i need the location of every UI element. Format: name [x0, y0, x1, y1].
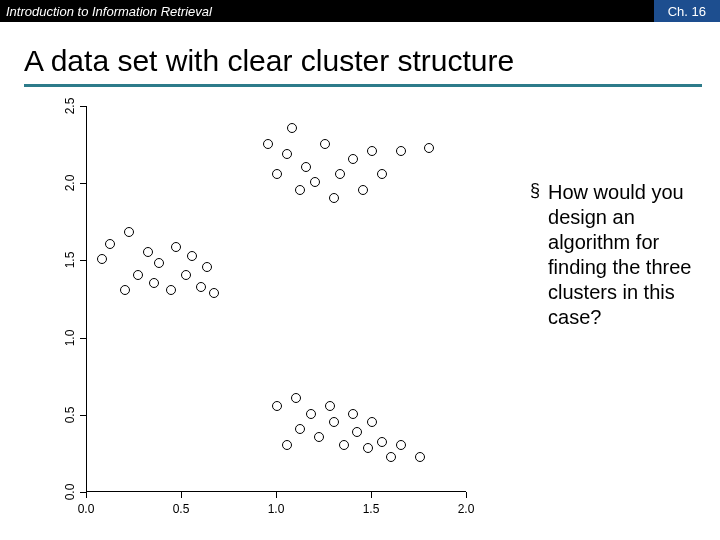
data-point	[363, 443, 373, 453]
data-point	[287, 123, 297, 133]
data-point	[295, 185, 305, 195]
data-point	[329, 193, 339, 203]
data-point	[202, 262, 212, 272]
data-point	[367, 417, 377, 427]
y-tick	[80, 338, 86, 339]
data-point	[181, 270, 191, 280]
header-bar: Introduction to Information Retrieval Ch…	[0, 0, 720, 22]
x-tick	[86, 492, 87, 498]
data-point	[396, 440, 406, 450]
data-point	[272, 401, 282, 411]
data-point	[358, 185, 368, 195]
x-tick	[181, 492, 182, 498]
y-tick-label: 1.0	[63, 329, 77, 346]
data-point	[339, 440, 349, 450]
content-area: 0.00.51.01.52.02.50.00.51.01.52.0 § How …	[0, 100, 720, 540]
data-point	[124, 227, 134, 237]
data-point	[166, 285, 176, 295]
x-tick-label: 2.0	[458, 502, 475, 516]
data-point	[424, 143, 434, 153]
x-tick	[276, 492, 277, 498]
y-tick	[80, 106, 86, 107]
y-tick-label: 0.5	[63, 406, 77, 423]
header-left: Introduction to Information Retrieval	[0, 4, 654, 19]
header-chapter: Ch. 16	[654, 0, 720, 22]
data-point	[377, 437, 387, 447]
data-point	[282, 149, 292, 159]
data-point	[143, 247, 153, 257]
data-point	[272, 169, 282, 179]
x-tick	[466, 492, 467, 498]
data-point	[171, 242, 181, 252]
data-point	[263, 139, 273, 149]
y-tick	[80, 260, 86, 261]
data-point	[133, 270, 143, 280]
bullet-item: § How would you design an algorithm for …	[530, 180, 700, 330]
y-tick-label: 2.5	[63, 98, 77, 115]
data-point	[314, 432, 324, 442]
data-point	[149, 278, 159, 288]
data-point	[301, 162, 311, 172]
bullet-mark: §	[530, 180, 540, 330]
slide-title: A data set with clear cluster structure	[24, 44, 702, 78]
data-point	[352, 427, 362, 437]
data-point	[415, 452, 425, 462]
data-point	[282, 440, 292, 450]
x-tick-label: 1.5	[363, 502, 380, 516]
x-tick	[371, 492, 372, 498]
data-point	[377, 169, 387, 179]
bullet-area: § How would you design an algorithm for …	[530, 180, 700, 330]
x-tick-label: 0.0	[78, 502, 95, 516]
data-point	[105, 239, 115, 249]
data-point	[335, 169, 345, 179]
x-tick-label: 1.0	[268, 502, 285, 516]
data-point	[97, 254, 107, 264]
y-tick-label: 2.0	[63, 175, 77, 192]
slide: Introduction to Information Retrieval Ch…	[0, 0, 720, 540]
plot-area	[86, 106, 466, 492]
data-point	[295, 424, 305, 434]
data-point	[320, 139, 330, 149]
y-tick-label: 1.5	[63, 252, 77, 269]
data-point	[291, 393, 301, 403]
y-tick	[80, 183, 86, 184]
data-point	[348, 154, 358, 164]
title-rule	[24, 84, 702, 87]
data-point	[329, 417, 339, 427]
title-area: A data set with clear cluster structure	[0, 22, 720, 95]
data-point	[120, 285, 130, 295]
data-point	[386, 452, 396, 462]
data-point	[306, 409, 316, 419]
x-tick-label: 0.5	[173, 502, 190, 516]
scatter-chart: 0.00.51.01.52.02.50.00.51.01.52.0	[28, 100, 478, 530]
data-point	[325, 401, 335, 411]
data-point	[209, 288, 219, 298]
data-point	[187, 251, 197, 261]
data-point	[367, 146, 377, 156]
data-point	[196, 282, 206, 292]
y-tick	[80, 415, 86, 416]
y-tick-label: 0.0	[63, 484, 77, 501]
data-point	[396, 146, 406, 156]
data-point	[348, 409, 358, 419]
bullet-text: How would you design an algorithm for fi…	[548, 180, 700, 330]
data-point	[154, 258, 164, 268]
data-point	[310, 177, 320, 187]
